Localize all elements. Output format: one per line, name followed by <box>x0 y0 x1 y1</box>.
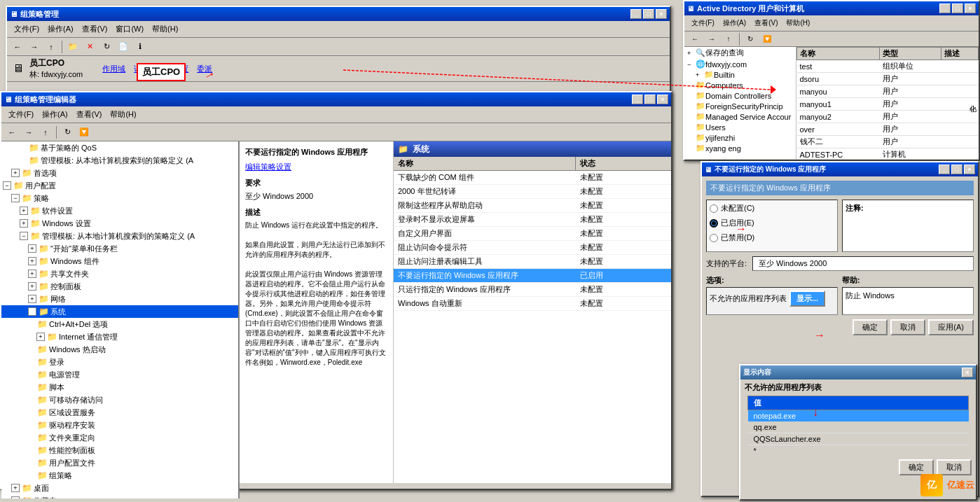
editor-menu-view[interactable]: 查看(V) <box>72 108 106 121</box>
ad-tb-back[interactable]: ← <box>687 32 703 46</box>
gpo-menu-view[interactable]: 查看(V) <box>78 22 112 36</box>
ad-menu-action[interactable]: 操作(A) <box>719 17 750 29</box>
list-item-com[interactable]: 下载缺少的 COM 组件 未配置 <box>394 171 671 185</box>
tree-item-qos[interactable]: 📁 基于策略的 QoS <box>1 141 238 154</box>
tree-item-preferences[interactable]: + 📁 首选项 <box>1 167 238 179</box>
tb-refresh-btn[interactable]: ↻ <box>99 40 114 54</box>
expand-admin-templates[interactable]: − <box>20 232 28 240</box>
editor-maximize-btn[interactable]: □ <box>644 95 656 104</box>
radio-btn-enabled[interactable] <box>710 219 718 228</box>
expand-favorites[interactable]: + <box>11 496 20 498</box>
list-item-autorestart[interactable]: Windows 自动重新 未配置 <box>394 297 671 311</box>
ad-tree-yiji[interactable]: 📁 yijifenzhi <box>684 132 796 143</box>
list-item-regedit[interactable]: 阻止访问注册表编辑工具 未配置 <box>394 255 671 269</box>
ad-tree-domain[interactable]: − 🌐 fdwxyjy.com <box>684 59 796 69</box>
ad-tree-builtin[interactable]: + 📁 Builtin <box>684 69 796 80</box>
expand-internet-comm[interactable]: + <box>36 333 45 341</box>
show-button[interactable]: 显示... <box>789 291 825 307</box>
edit-policy-link[interactable]: 编辑策略设置 <box>245 162 387 172</box>
tree-item-control-panel[interactable]: + 📁 控制面板 <box>1 280 238 293</box>
setting-cancel-btn[interactable]: 取消 <box>890 319 925 335</box>
ad-tree-users[interactable]: 📁 Users <box>684 122 796 132</box>
gpo-tab-scope[interactable]: 作用域 <box>102 64 125 74</box>
tree-item-removable[interactable]: 📁 可移动存储访问 <box>1 393 238 406</box>
tree-item-internet-comm[interactable]: + 📁 Internet 通信管理 <box>1 330 238 343</box>
gpo-minimize-btn[interactable]: _ <box>630 9 642 19</box>
setting-minimize-btn[interactable]: _ <box>939 165 950 174</box>
tree-item-favorites[interactable]: + 📁 收藏夹 <box>1 494 238 498</box>
tb-up-btn[interactable]: ↑ <box>43 40 59 54</box>
ad-minimize-btn[interactable]: _ <box>939 4 951 13</box>
expand-software[interactable]: + <box>20 207 28 215</box>
list-item-onlyrun[interactable]: 只运行指定的 Windows 应用程序 未配置 <box>394 283 671 297</box>
gpo-menu-help[interactable]: 帮助(H) <box>148 22 182 36</box>
editor-tb-up[interactable]: ↑ <box>38 125 53 139</box>
ad-row-dsoru[interactable]: dsoru 用户 <box>797 73 979 85</box>
expand-policy[interactable]: − <box>11 194 20 202</box>
tb-delete-btn[interactable]: ✕ <box>82 40 97 54</box>
expand-windows-settings[interactable]: + <box>20 219 28 228</box>
expand-userconfig[interactable]: − <box>3 181 11 190</box>
tree-item-scripts[interactable]: 📁 脚本 <box>1 381 238 393</box>
ad-menu-file[interactable]: 文件(F) <box>687 17 719 29</box>
ad-tree-managed[interactable]: 📁 Managed Service Accour <box>684 111 796 122</box>
ad-menu-help[interactable]: 帮助(H) <box>782 17 814 29</box>
radio-disabled[interactable]: 已禁用(D) <box>710 232 834 243</box>
editor-menu-help[interactable]: 帮助(H) <box>106 108 140 121</box>
setting-maximize-btn[interactable]: □ <box>951 165 962 174</box>
tree-item-admin-templates[interactable]: − 📁 管理模板: 从本地计算机搜索到的策略定义 (A <box>1 230 238 242</box>
ad-tree-savedqueries[interactable]: + 🔍 保存的查询 <box>684 47 796 59</box>
ad-row-adtest[interactable]: ADTEST-PC 计算机 <box>797 148 979 160</box>
expand-domain[interactable]: − <box>687 61 696 68</box>
expand-system[interactable]: − <box>28 307 36 316</box>
radio-btn-disabled[interactable] <box>710 234 718 242</box>
tree-item-network[interactable]: + 📁 网络 <box>1 293 238 305</box>
setting-ok-btn[interactable]: 确定 <box>853 319 888 335</box>
editor-menu-action[interactable]: 操作(A) <box>38 108 72 121</box>
ad-menu-view[interactable]: 查看(V) <box>750 17 782 29</box>
expand-network[interactable]: + <box>28 295 36 303</box>
expand-shared-folders[interactable]: + <box>28 270 36 278</box>
tree-item-desktop[interactable]: + 📁 桌面 <box>1 482 238 494</box>
editor-tb-filter[interactable]: 🔽 <box>76 125 92 139</box>
gpo-maximize-btn[interactable]: □ <box>643 9 654 19</box>
tb-forward-btn[interactable]: → <box>27 40 42 54</box>
tree-item-windows-settings[interactable]: + 📁 Windows 设置 <box>1 217 238 230</box>
gpo-menu-window[interactable]: 窗口(W) <box>111 22 148 36</box>
ad-row-test[interactable]: test 组织单位 <box>797 60 979 73</box>
editor-menu-file[interactable]: 文件(F) <box>4 108 38 121</box>
list-item-cmd[interactable]: 阻止访问命令提示符 未配置 <box>394 241 671 255</box>
tree-item-power[interactable]: 📁 电源管理 <box>1 368 238 381</box>
show-row-notepad[interactable]: notepad.exe <box>748 410 969 422</box>
show-close-btn[interactable]: × <box>962 368 973 377</box>
tb-folder-btn[interactable]: 📁 <box>65 40 81 54</box>
ad-row-manyou2[interactable]: manyou2 用户 <box>797 111 979 123</box>
expand-win-components[interactable]: + <box>28 257 36 265</box>
tree-item-software[interactable]: + 📁 软件设置 <box>1 204 238 217</box>
tree-item-locale[interactable]: 📁 区域设置服务 <box>1 406 238 419</box>
expand-preferences[interactable]: + <box>11 169 20 177</box>
setting-apply-btn[interactable]: 应用(A) <box>928 319 974 335</box>
tb-info-btn[interactable]: ℹ <box>132 40 148 54</box>
show-row-qqsc[interactable]: QQScLauncher.exe <box>748 433 969 445</box>
editor-minimize-btn[interactable]: _ <box>632 95 643 104</box>
list-item-2000[interactable]: 2000 年世纪转译 未配置 <box>394 185 671 199</box>
ad-tree-xyang[interactable]: 📁 xyang eng <box>684 143 796 153</box>
expand-builtin[interactable]: + <box>696 71 704 78</box>
tree-item-cad[interactable]: 📁 Ctrl+Alt+Del 选项 <box>1 318 238 330</box>
expand-control-panel[interactable]: + <box>28 282 36 291</box>
ad-row-qianbuner[interactable]: 钱不二 用户 <box>797 136 979 148</box>
tree-item-logon[interactable]: 📁 登录 <box>1 356 238 368</box>
tree-item-win-components[interactable]: + 📁 Windows 组件 <box>1 255 238 267</box>
show-cancel-btn[interactable]: 取消 <box>937 459 972 475</box>
show-ok-btn[interactable]: 确定 <box>899 459 934 475</box>
editor-tb-back[interactable]: ← <box>4 125 20 139</box>
editor-close-btn[interactable]: × <box>657 95 668 104</box>
tree-item-system[interactable]: − 📁 系统 <box>1 305 238 318</box>
list-item-customui[interactable]: 自定义用户界面 未配置 <box>394 227 671 241</box>
ad-tb-forward[interactable]: → <box>704 32 719 46</box>
ad-row-over[interactable]: over 用户 <box>797 123 979 136</box>
radio-notconfig[interactable]: 未配置(C) <box>710 203 834 214</box>
list-item-restrict[interactable]: 限制这些程序从帮助启动 未配置 <box>394 199 671 213</box>
tb-export-btn[interactable]: 📄 <box>116 40 131 54</box>
